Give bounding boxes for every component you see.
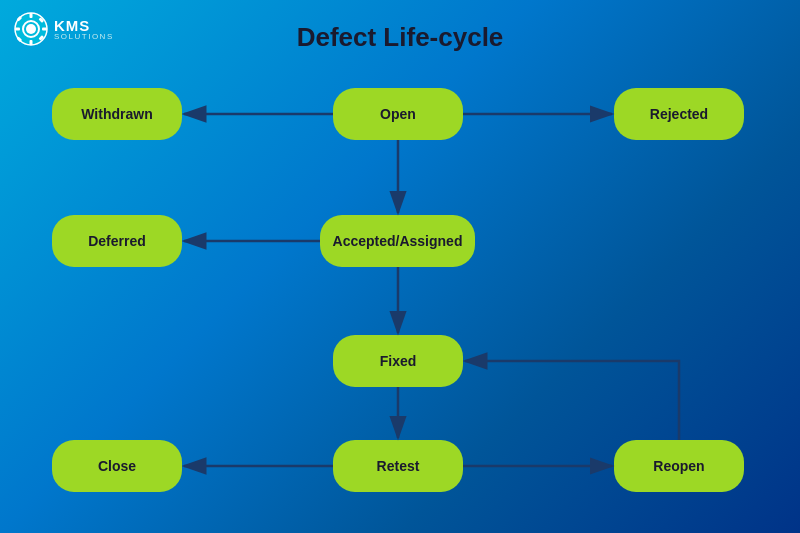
node-deferred: Deferred (52, 215, 182, 267)
node-withdrawn: Withdrawn (52, 88, 182, 140)
node-open: Open (333, 88, 463, 140)
node-accepted: Accepted/Assigned (320, 215, 475, 267)
node-fixed: Fixed (333, 335, 463, 387)
page-title: Defect Life-cycle (0, 22, 800, 53)
svg-rect-2 (30, 13, 33, 18)
node-rejected: Rejected (614, 88, 744, 140)
node-close: Close (52, 440, 182, 492)
node-retest: Retest (333, 440, 463, 492)
node-reopen: Reopen (614, 440, 744, 492)
